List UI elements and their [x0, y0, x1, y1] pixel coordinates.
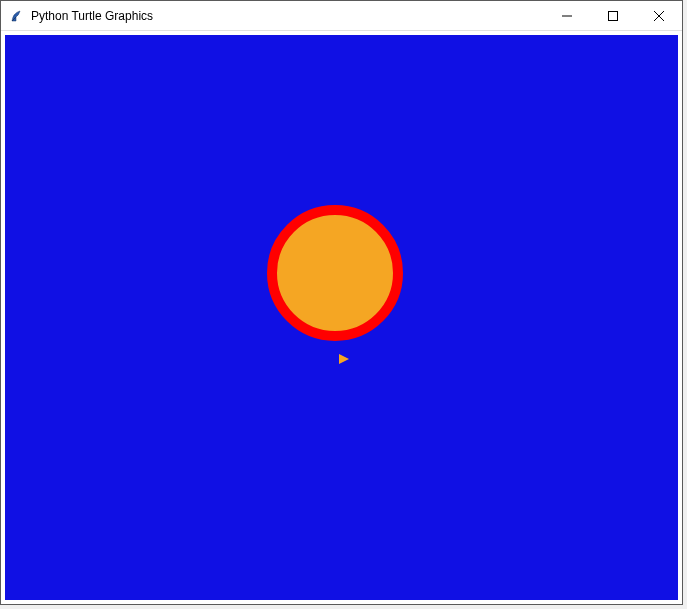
- drawn-circle: [267, 205, 403, 341]
- svg-rect-2: [609, 11, 618, 20]
- canvas-container: [1, 31, 682, 604]
- window-title: Python Turtle Graphics: [31, 9, 544, 23]
- turtle-cursor-icon: [339, 354, 349, 364]
- minimize-button[interactable]: [544, 1, 590, 30]
- vertical-scrollbar[interactable]: [683, 30, 687, 609]
- app-window: Python Turtle Graphics: [0, 0, 683, 605]
- feather-icon: [9, 8, 25, 24]
- titlebar[interactable]: Python Turtle Graphics: [1, 1, 682, 31]
- maximize-button[interactable]: [590, 1, 636, 30]
- window-controls: [544, 1, 682, 30]
- close-button[interactable]: [636, 1, 682, 30]
- turtle-canvas: [5, 35, 678, 600]
